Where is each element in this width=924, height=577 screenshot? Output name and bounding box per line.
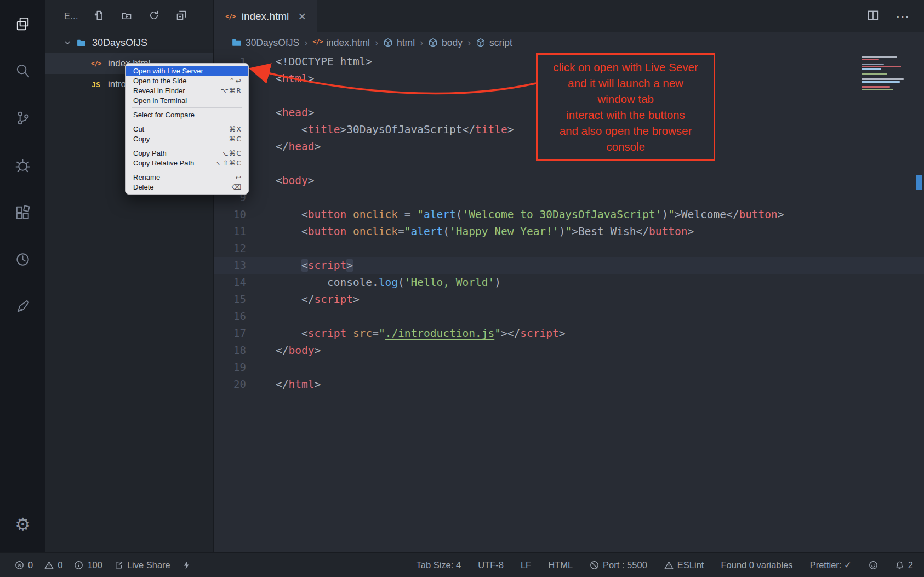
menu-separator: [132, 146, 242, 146]
html-file-icon: </>: [225, 13, 236, 20]
feedback-icon[interactable]: [0, 283, 45, 330]
status-100[interactable]: 100: [74, 560, 102, 570]
refresh-icon[interactable]: [149, 10, 159, 23]
menu-item-reveal-in-finder[interactable]: Reveal in Finder⌥⌘R: [126, 85, 248, 95]
breadcrumb-separator: ›: [375, 37, 378, 49]
menu-item-cut[interactable]: Cut⌘X: [126, 124, 248, 134]
code-line-17[interactable]: 17 <script src="./introduction.js"></scr…: [214, 325, 924, 342]
status-lightning[interactable]: [182, 561, 191, 570]
code-line-16[interactable]: 16: [214, 308, 924, 325]
status-port-5500[interactable]: Port : 5500: [590, 560, 647, 570]
new-file-icon[interactable]: [94, 10, 105, 23]
split-editor-icon[interactable]: [867, 9, 879, 24]
status-0[interactable]: 0: [44, 560, 62, 570]
line-number: 17: [214, 325, 246, 342]
code-line-19[interactable]: 19: [214, 359, 924, 376]
source-control-icon[interactable]: [0, 94, 45, 141]
status-tab-size-4[interactable]: Tab Size: 4: [417, 560, 461, 570]
breadcrumb-separator: ›: [467, 37, 471, 49]
line-number: 19: [214, 359, 246, 376]
menu-item-open-to-the-side[interactable]: Open to the Side⌃↩: [126, 76, 248, 85]
line-number: 11: [214, 223, 246, 240]
cube-icon: [383, 38, 393, 48]
line-number: 14: [214, 274, 246, 291]
search-icon[interactable]: [0, 47, 45, 94]
code-line-9[interactable]: 9: [214, 189, 924, 206]
code-line-8[interactable]: 8<body>: [214, 172, 924, 189]
menu-item-select-for-compare[interactable]: Select for Compare: [126, 110, 248, 119]
code-line-13[interactable]: 13 <script>: [214, 257, 924, 274]
status-left: 00100Live Share: [15, 560, 191, 570]
menu-item-copy-relative-path[interactable]: Copy Relative Path⌥⇧⌘C: [126, 158, 248, 168]
menu-item-rename[interactable]: Rename↩: [126, 172, 248, 182]
extensions-icon[interactable]: [0, 188, 45, 236]
status-smiley[interactable]: [869, 561, 878, 570]
status-found-0-variables[interactable]: Found 0 variables: [721, 560, 792, 570]
breadcrumb-separator: ›: [420, 37, 423, 49]
menu-separator: [132, 122, 242, 122]
breadcrumb: 30DaysOfJS›</>index.html›html›body›scrip…: [214, 32, 924, 53]
new-folder-icon[interactable]: [121, 10, 132, 23]
more-actions-icon[interactable]: ⋯: [896, 8, 910, 25]
code-line-11[interactable]: 11 <button onclick="alert('Happy New Yea…: [214, 223, 924, 240]
annotation-box: click on open with Live Severand it will…: [536, 53, 715, 161]
menu-item-copy-path[interactable]: Copy Path⌥⌘C: [126, 148, 248, 158]
settings-gear-icon[interactable]: ⚙: [0, 501, 45, 548]
overview-ruler-marker: [916, 175, 922, 190]
status-2[interactable]: 2: [895, 560, 913, 570]
code-line-15[interactable]: 15 </script>: [214, 291, 924, 308]
tab-index-html[interactable]: </> index.html ×: [214, 0, 317, 32]
status-lf[interactable]: LF: [521, 560, 531, 570]
explorer-title: E...: [64, 12, 78, 21]
code-line-18[interactable]: 18</body>: [214, 342, 924, 359]
line-number: 18: [214, 342, 246, 359]
code-line-14[interactable]: 14 console.log('Hello, World'): [214, 274, 924, 291]
line-number: 20: [214, 376, 246, 393]
menu-item-copy[interactable]: Copy⌘C: [126, 134, 248, 144]
tab-close-icon[interactable]: ×: [298, 10, 306, 23]
html-file-icon: </>: [89, 60, 102, 67]
breadcrumb-item-html[interactable]: html: [383, 37, 415, 49]
folder-row-30daysofjs[interactable]: 30DaysOfJS: [45, 32, 213, 53]
breadcrumb-item-index-html[interactable]: </>index.html: [312, 37, 370, 49]
menu-item-open-in-terminal[interactable]: Open in Terminal: [126, 95, 248, 105]
line-number: 15: [214, 291, 246, 308]
warning-icon: [664, 561, 674, 570]
tab-label: index.html: [242, 10, 289, 22]
status-prettier[interactable]: Prettier: ✓: [810, 560, 852, 570]
status-right: Tab Size: 4UTF-8LFHTMLPort : 5500ESLintF…: [417, 560, 913, 570]
project-folder-icon: [77, 38, 87, 48]
menu-separator: [132, 170, 242, 170]
line-number: 10: [214, 206, 246, 223]
breadcrumb-item-body[interactable]: body: [428, 37, 463, 49]
folder-icon: [232, 38, 242, 48]
menu-item-delete[interactable]: Delete⌫: [126, 182, 248, 192]
history-icon[interactable]: [0, 236, 45, 283]
activity-bar: ⚙: [0, 0, 45, 552]
code-line-12[interactable]: 12: [214, 240, 924, 257]
menu-item-open-with-live-server[interactable]: Open with Live Server: [126, 66, 248, 76]
status-bar: 00100Live Share Tab Size: 4UTF-8LFHTMLPo…: [0, 552, 924, 577]
run-and-debug-icon[interactable]: [0, 141, 45, 188]
explorer-icon[interactable]: [0, 0, 45, 47]
collapse-all-icon[interactable]: [176, 10, 187, 23]
port-icon: [590, 561, 599, 570]
code-line-20[interactable]: 20</html>: [214, 376, 924, 393]
bell-icon: [895, 561, 904, 570]
status-eslint[interactable]: ESLint: [664, 560, 704, 570]
breadcrumb-separator: ›: [304, 37, 307, 49]
error-icon: [15, 561, 24, 570]
status-0[interactable]: 0: [15, 560, 33, 570]
cube-icon: [428, 38, 438, 48]
menu-separator: [132, 107, 242, 108]
status-html[interactable]: HTML: [548, 560, 573, 570]
status-live-share[interactable]: Live Share: [114, 560, 170, 570]
breadcrumb-item-30daysofjs[interactable]: 30DaysOfJS: [232, 37, 299, 49]
breadcrumb-item-script[interactable]: script: [476, 37, 512, 49]
smiley-icon: [869, 561, 878, 570]
status-utf-8[interactable]: UTF-8: [478, 560, 504, 570]
info-icon: [74, 561, 83, 570]
code-line-10[interactable]: 10 <button onclick = "alert('Welcome to …: [214, 206, 924, 223]
code-icon: </>: [312, 38, 322, 48]
minimap[interactable]: [862, 56, 912, 90]
